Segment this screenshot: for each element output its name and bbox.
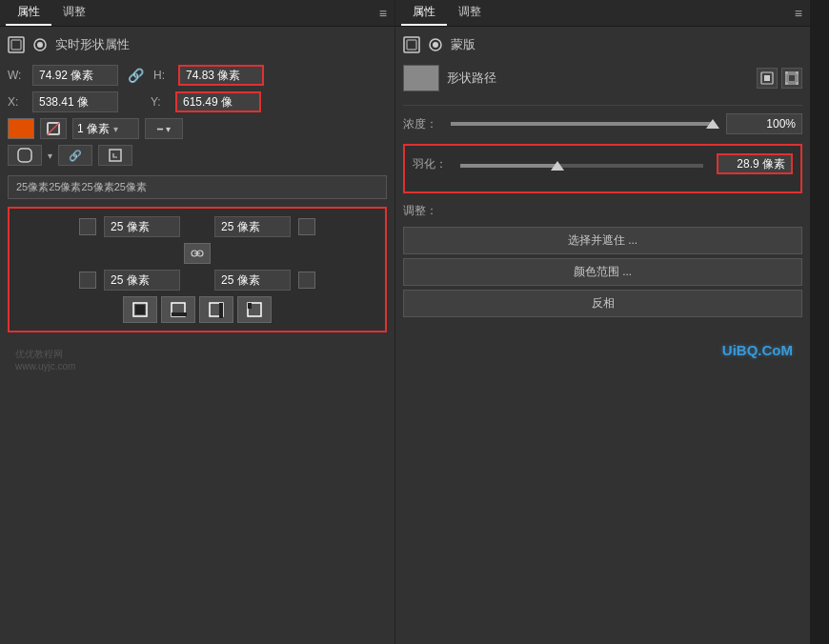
density-label: 浓度： [403,116,437,132]
section-title-row: 实时形状属性 [8,36,387,53]
svg-line-5 [48,123,59,134]
left-panel: 属性 调整 ≡ 实时形状属性 W: 74.92 像素 🔗 H: 74.83 像素 [0,0,395,644]
corner-top-row: 25 像素 25 像素 [17,216,377,237]
tab-properties-right[interactable]: 属性 [401,0,447,26]
tab-adjustments-right[interactable]: 调整 [447,0,493,26]
right-tab-bar: 属性 调整 ≡ [395,0,810,27]
svg-rect-21 [764,75,770,81]
corner-tl-checkbox[interactable] [79,218,96,235]
record-icon [32,37,48,52]
feather-section: 羽化： 28.9 像素 [403,144,802,193]
x-value[interactable]: 538.41 像 [32,91,118,112]
feather-value[interactable]: 28.9 像素 [717,153,793,174]
svg-point-3 [37,42,43,48]
height-value[interactable]: 74.83 像素 [178,65,264,86]
height-label: H: [153,69,172,82]
fill-color-swatch[interactable] [8,118,34,139]
svg-rect-6 [18,149,31,162]
left-tab-bar: 属性 调整 ≡ [0,0,394,27]
shape-btn-4[interactable] [237,296,272,323]
record-icon-right [428,37,443,52]
mask-subtitle: 形状路径 [447,70,496,87]
shape-btn-2[interactable] [161,296,195,323]
width-height-row: W: 74.92 像素 🔗 H: 74.83 像素 [8,65,387,86]
svg-rect-23 [788,74,796,82]
mask-ctrl-transform[interactable] [781,68,802,89]
right-panel-menu-icon[interactable]: ≡ [795,6,802,21]
mask-row: 形状路径 [403,65,802,91]
color-range-btn[interactable]: 颜色范围 ... [403,258,802,286]
corner-tr-value[interactable]: 25 像素 [214,216,291,237]
stroke-dropdown-arrow: ▾ [113,124,118,134]
stroke-icon[interactable] [40,118,67,139]
svg-rect-0 [9,37,24,52]
svg-rect-25 [796,71,799,74]
shape-outline-icon [8,36,25,53]
corner-link-select[interactable]: 🔗 [58,145,92,166]
svg-rect-12 [135,305,145,314]
adjust-row: 调整： [403,203,802,219]
stroke-row: 1 像素 ▾ ━ ▾ [8,118,387,139]
svg-rect-17 [407,40,416,50]
corner-link-btn[interactable] [184,243,211,264]
svg-rect-16 [404,37,419,52]
shape-buttons-row [17,296,377,323]
feather-label: 羽化： [413,156,447,172]
feather-slider-track[interactable] [460,164,703,168]
shape-mask-icon [403,36,420,53]
shape-btn-3[interactable] [199,296,233,323]
xy-row: X: 538.41 像 Y: 615.49 像 [8,91,387,112]
select-and-mask-btn[interactable]: 选择并遮住 ... [403,227,802,254]
shape-btn-1[interactable] [123,296,157,323]
corner-row: ▾ 🔗 [8,145,387,166]
y-label: Y: [151,95,170,109]
density-row: 浓度： 100% [403,113,802,134]
tab-properties-left[interactable]: 属性 [6,0,51,26]
svg-rect-27 [796,82,799,85]
density-value[interactable]: 100% [726,113,802,134]
width-value[interactable]: 74.92 像素 [32,65,118,86]
right-panel: 属性 调整 ≡ 蒙版 形状路径 [395,0,810,644]
line-style-select[interactable]: ━ ▾ [145,118,183,139]
svg-rect-1 [11,40,21,50]
corner-bottom-row: 25 像素 25 像素 [17,270,377,291]
corner-br-checkbox[interactable] [298,272,315,289]
corner-tl-value[interactable]: 25 像素 [104,216,180,237]
x-label: X: [8,95,27,109]
feather-row: 羽化： 28.9 像素 [413,153,793,174]
brand-watermark: UiBQ.CoM [403,336,802,364]
left-panel-menu-icon[interactable]: ≡ [379,6,387,21]
corner-indicator-bar: 25像素25像素25像素25像素 [8,175,387,199]
stroke-size-select[interactable]: 1 像素 ▾ [72,118,139,139]
mask-title: 蒙版 [451,36,475,53]
svg-rect-24 [785,71,788,74]
right-panel-content: 蒙版 形状路径 [395,27,810,644]
invert-btn[interactable]: 反相 [403,290,802,317]
mask-ctrl-add[interactable] [757,68,778,89]
link-icon[interactable]: 🔗 [124,66,148,85]
corner-bl-value[interactable]: 25 像素 [104,270,180,291]
mask-thumbnail[interactable] [403,65,439,91]
action-buttons: 选择并遮住 ... 颜色范围 ... 反相 [403,227,802,317]
left-watermark: 优优教程网 www.uyjc.com [8,344,387,375]
section-title-text: 实时形状属性 [55,36,130,53]
mask-controls [757,68,802,89]
corner-link-row [17,243,377,264]
tab-adjustments-left[interactable]: 调整 [51,0,97,26]
corner-br-value[interactable]: 25 像素 [214,270,291,291]
mask-section-title: 蒙版 [403,36,802,53]
corner-style-select[interactable] [8,145,42,166]
left-panel-content: 实时形状属性 W: 74.92 像素 🔗 H: 74.83 像素 X: 538.… [0,27,394,644]
svg-rect-7 [110,150,121,161]
y-value[interactable]: 615.49 像 [175,91,261,112]
corner-grid-section: 25 像素 25 像素 25 像素 [8,207,387,332]
svg-point-19 [433,42,438,48]
corner-bl-checkbox[interactable] [79,272,96,289]
adjust-label: 调整： [403,203,437,219]
corner-expand-select[interactable] [98,145,132,166]
corner-tr-checkbox[interactable] [298,218,315,235]
separator-1 [403,105,802,106]
width-label: W: [8,69,27,82]
svg-rect-26 [785,82,788,85]
density-slider-track[interactable] [451,122,713,126]
